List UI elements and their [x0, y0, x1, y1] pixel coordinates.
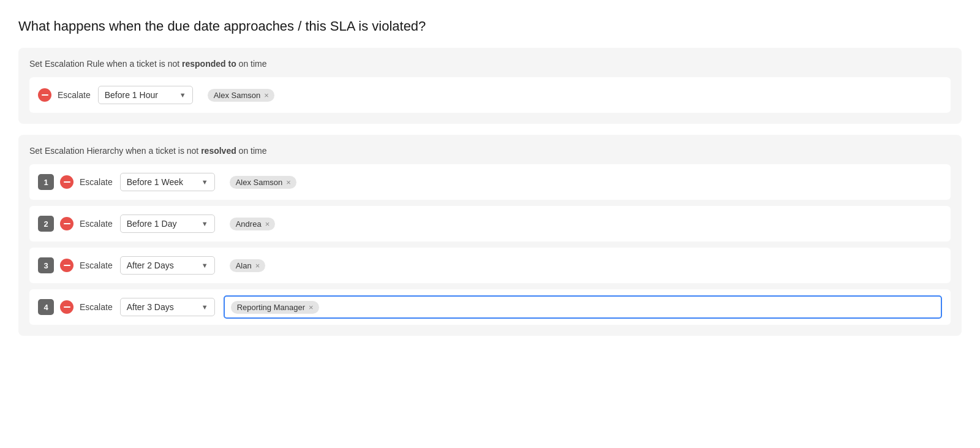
resolved-label-start: Set Escalation Hierarchy when a ticket i… — [29, 146, 201, 156]
chevron-down-icon: ▼ — [202, 178, 208, 186]
step-badge-1: 1 — [38, 174, 54, 190]
chevron-down-icon: ▼ — [202, 303, 208, 311]
remove-resolved-2-button[interactable] — [60, 217, 74, 230]
tag-andrea: Andrea × — [230, 218, 276, 230]
tag-label: Alex Samson — [214, 91, 261, 100]
tag-close-icon[interactable]: × — [285, 178, 292, 186]
escalate-label-4: Escalate — [80, 302, 113, 312]
resolved-timing-select-1[interactable]: Before 1 Week ▼ — [120, 173, 215, 191]
resolved-timing-value-3: After 2 Days — [127, 260, 174, 270]
resolved-rule-row-2: 2 Escalate Before 1 Day ▼ Andrea × — [29, 206, 951, 241]
responded-rule-row: Escalate Before 1 Hour ▼ Alex Samson × — [29, 77, 951, 113]
resolved-timing-select-3[interactable]: After 2 Days ▼ — [120, 256, 215, 275]
responded-section-label: Set Escalation Rule when a ticket is not… — [29, 59, 951, 69]
escalate-label-3: Escalate — [80, 260, 113, 270]
resolved-timing-value-1: Before 1 Week — [127, 177, 183, 187]
responded-timing-select[interactable]: Before 1 Hour ▼ — [98, 86, 193, 104]
resolved-section-label: Set Escalation Hierarchy when a ticket i… — [29, 146, 951, 156]
tag-close-icon[interactable]: × — [308, 303, 314, 311]
escalate-label-1: Escalate — [80, 177, 113, 187]
tag-close-icon[interactable]: × — [263, 91, 270, 99]
tag-alan: Alan × — [230, 259, 266, 272]
responded-label-bold: responded to — [182, 59, 236, 69]
remove-resolved-4-button[interactable] — [60, 300, 74, 314]
responded-escalate-label: Escalate — [58, 90, 91, 100]
resolved-timing-value-2: Before 1 Day — [127, 219, 177, 229]
tag-alex-samson-responded: Alex Samson × — [208, 89, 274, 102]
resolved-label-end: on time — [236, 146, 267, 156]
tag-close-icon[interactable]: × — [255, 262, 261, 270]
tag-label: Reporting Manager — [237, 303, 305, 312]
responded-tag-container[interactable]: Alex Samson × — [202, 83, 942, 107]
resolved-timing-select-4[interactable]: After 3 Days ▼ — [120, 298, 215, 316]
responded-label-end: on time — [236, 59, 267, 69]
resolved-tag-container-2[interactable]: Andrea × — [224, 212, 942, 235]
resolved-rule-row-4: 4 Escalate After 3 Days ▼ Reporting Mana… — [29, 289, 951, 325]
page-title: What happens when the due date approache… — [18, 18, 962, 34]
resolved-rule-row-3: 3 Escalate After 2 Days ▼ Alan × — [29, 248, 951, 283]
responded-section: Set Escalation Rule when a ticket is not… — [18, 48, 962, 124]
responded-timing-value: Before 1 Hour — [105, 90, 158, 100]
responded-label-start: Set Escalation Rule when a ticket is not — [29, 59, 182, 69]
resolved-tag-container-4[interactable]: Reporting Manager × — [224, 295, 942, 319]
step-badge-4: 4 — [38, 299, 54, 315]
tag-label: Andrea — [236, 219, 262, 229]
resolved-tag-container-1[interactable]: Alex Samson × — [224, 170, 942, 194]
resolved-rule-row-1: 1 Escalate Before 1 Week ▼ Alex Samson × — [29, 164, 951, 200]
step-badge-3: 3 — [38, 257, 54, 273]
resolved-timing-value-4: After 3 Days — [127, 302, 174, 312]
chevron-down-icon: ▼ — [179, 91, 186, 99]
escalate-label-2: Escalate — [80, 219, 113, 229]
tag-reporting-manager: Reporting Manager × — [231, 301, 319, 314]
step-badge-2: 2 — [38, 216, 54, 232]
tag-label: Alex Samson — [236, 178, 283, 187]
remove-resolved-3-button[interactable] — [60, 259, 74, 272]
tag-alex-samson-1: Alex Samson × — [230, 176, 296, 189]
chevron-down-icon: ▼ — [202, 220, 208, 227]
resolved-tag-container-3[interactable]: Alan × — [224, 254, 942, 277]
tag-close-icon[interactable]: × — [265, 220, 271, 228]
remove-responded-1-button[interactable] — [38, 88, 51, 102]
resolved-label-bold: resolved — [201, 146, 236, 156]
resolved-timing-select-2[interactable]: Before 1 Day ▼ — [120, 215, 215, 233]
resolved-section: Set Escalation Hierarchy when a ticket i… — [18, 135, 962, 336]
chevron-down-icon: ▼ — [202, 262, 208, 269]
remove-resolved-1-button[interactable] — [60, 175, 74, 189]
tag-label: Alan — [236, 261, 252, 270]
